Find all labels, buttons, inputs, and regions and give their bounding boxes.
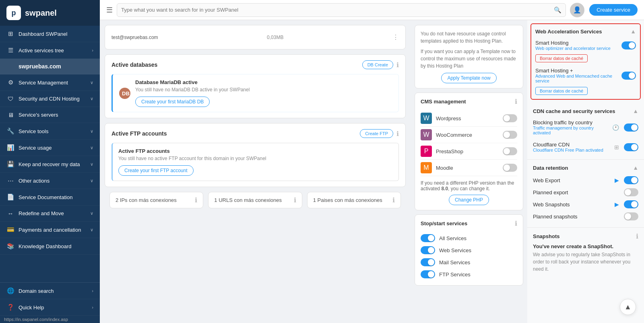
- sidebar-item-payments[interactable]: 💳 Payments and cancellation ∨: [0, 222, 100, 238]
- web-acceleration-section: Web Acceleration Services ▲ Smart Hostin…: [530, 23, 641, 100]
- woocommerce-icon: W: [421, 129, 432, 140]
- search-bar[interactable]: 🔍: [117, 3, 566, 17]
- blocking-traffic-toggle[interactable]: [624, 123, 638, 132]
- sidebar-item-label: Domain search: [19, 288, 88, 294]
- knowledge-icon: 📚: [6, 243, 14, 250]
- sidebar-logo[interactable]: p swpanel: [0, 0, 100, 26]
- collapse-icon[interactable]: ▲: [630, 28, 636, 35]
- sidebar-item-label: Service tools: [19, 128, 86, 134]
- chevron-right-icon: ›: [92, 288, 93, 293]
- planned-snapshots-toggle[interactable]: [624, 212, 638, 220]
- sidebar-bottom: 🌐 Domain search › ❓ Quick Help › https:/…: [0, 282, 100, 323]
- stop-start-info-icon[interactable]: ℹ: [515, 220, 517, 227]
- smart-hosting-plus-name: Smart Hosting +: [535, 68, 619, 74]
- change-php-button[interactable]: Change PHP: [449, 195, 489, 205]
- create-service-button[interactable]: Create service: [589, 4, 638, 16]
- apply-template-button[interactable]: Apply Template now: [441, 73, 496, 83]
- sidebar-item-keep-recover[interactable]: 💾 Keep and recover my data ∨: [0, 156, 100, 173]
- smart-hosting-plus-toggle[interactable]: [621, 72, 636, 80]
- sidebar-item-redefine-move[interactable]: ↔ Redefine and Move ∨: [0, 206, 100, 222]
- stat-countries-info-icon[interactable]: ℹ: [392, 196, 395, 204]
- woocommerce-toggle[interactable]: [503, 131, 517, 139]
- planned-snapshots-name: Planned snapshots: [533, 214, 578, 220]
- moodle-toggle[interactable]: [503, 164, 517, 172]
- template-text2: If you want you can apply a Template now…: [421, 48, 517, 70]
- sidebar-item-other-actions[interactable]: ⋯ Other actions ∨: [0, 173, 100, 189]
- email-row: test@swpruebas.com 0,03MB ⋮: [111, 31, 399, 43]
- email-options-icon[interactable]: ⋮: [392, 33, 399, 41]
- sidebar-item-domain[interactable]: swpruebas.com: [0, 59, 100, 74]
- db-title: Database MariaDB active: [135, 79, 250, 85]
- mariadb-icon: DB: [118, 87, 131, 100]
- smart-hosting-plus-sub: Advanced Web and Memcached cache service: [535, 74, 619, 83]
- cms-moodle-row: M Moodle: [421, 160, 517, 176]
- scroll-top-button[interactable]: ▲: [620, 299, 636, 315]
- snap-sub: We advise you to regularly take SnapShot…: [533, 251, 638, 273]
- create-ftp-account-button[interactable]: Create your first FTP account: [118, 165, 194, 176]
- chevron-down-icon: ∨: [90, 227, 93, 232]
- cdn-header: CDN cache and security services ▲: [533, 108, 638, 114]
- wordpress-toggle[interactable]: [503, 114, 517, 122]
- sidebar-item-service-management[interactable]: ⚙ Service Management ∨: [0, 74, 100, 91]
- mail-services-toggle[interactable]: [421, 258, 435, 266]
- chevron-down-icon: ∨: [90, 129, 93, 134]
- web-export-toggle[interactable]: [624, 176, 638, 184]
- sidebar-item-quick-help[interactable]: ❓ Quick Help ›: [0, 299, 100, 316]
- usage-icon: 📊: [6, 144, 14, 151]
- sidebar-item-service-usage[interactable]: 📊 Service usage ∨: [0, 140, 100, 156]
- search-input[interactable]: [121, 7, 551, 13]
- ftp-header: Active FTP accounts Create FTP ℹ: [111, 129, 399, 138]
- databases-info-icon[interactable]: ℹ: [396, 61, 399, 69]
- cdn-section: CDN cache and security services ▲ Blocki…: [527, 103, 644, 160]
- sidebar-item-active-services[interactable]: ☰ Active services tree ›: [0, 42, 100, 59]
- sidebar-item-service-tools[interactable]: 🔧 Service tools ∨: [0, 123, 100, 140]
- cloudflare-toggle[interactable]: [624, 143, 638, 151]
- all-services-toggle[interactable]: [421, 234, 435, 242]
- sidebar-item-service-servers[interactable]: 🖥 Service's servers: [0, 107, 100, 123]
- ftp-services-row: FTP Services: [421, 268, 517, 280]
- prestashop-icon: P: [421, 146, 432, 157]
- data-retention-collapse-icon[interactable]: ▲: [633, 165, 638, 171]
- sidebar-item-domain-search[interactable]: 🌐 Domain search ›: [0, 283, 100, 299]
- cms-prestashop-row: P PrestaShop: [421, 143, 517, 160]
- create-mariadb-button[interactable]: Create your first MariaDB DB: [135, 97, 210, 107]
- data-retention-section: Data retention ▲ Web Export ▶ Planned ex…: [527, 160, 644, 228]
- bottom-stats: 2 IPs con más conexiones ℹ 1 URLS con má…: [105, 192, 406, 213]
- prestashop-toggle[interactable]: [503, 147, 517, 155]
- sidebar-item-dashboard[interactable]: ⊞ Dashboard SWPanel: [0, 26, 100, 42]
- servers-icon: 🖥: [6, 111, 14, 118]
- planned-export-toggle[interactable]: [624, 188, 638, 196]
- ftp-info-icon[interactable]: ℹ: [396, 130, 399, 138]
- cloudflare-name: Cloudflare CDN: [533, 142, 612, 148]
- db-create-button[interactable]: DB Create: [362, 60, 393, 69]
- create-ftp-button[interactable]: Create FTP: [360, 129, 393, 138]
- active-services-icon: ☰: [6, 47, 14, 54]
- sidebar-item-knowledge[interactable]: 📚 Knowledge Dashboard: [0, 238, 100, 255]
- cms-info-icon[interactable]: ℹ: [515, 98, 517, 105]
- smart-hosting-plus-row: Smart Hosting + Advanced Web and Memcach…: [535, 66, 636, 85]
- stop-start-title: Stop/start services: [421, 220, 467, 226]
- web-services-toggle[interactable]: [421, 246, 435, 254]
- cms-title: CMS management: [421, 99, 466, 105]
- web-snapshots-play-icon[interactable]: ▶: [615, 201, 619, 208]
- web-export-play-icon[interactable]: ▶: [615, 177, 619, 183]
- smart-hosting-plus-cache-button[interactable]: Borrar datos de caché: [535, 87, 588, 95]
- smart-hosting-cache-button[interactable]: Borrar datos de caché: [535, 54, 588, 62]
- sidebar-item-service-doc[interactable]: 📄 Service Documentation: [0, 189, 100, 206]
- smart-hosting-toggle[interactable]: [621, 41, 636, 49]
- cdn-collapse-icon[interactable]: ▲: [633, 108, 638, 114]
- sidebar-toggle-icon[interactable]: ☰: [106, 6, 113, 14]
- ftp-services-toggle[interactable]: [421, 270, 435, 278]
- stat-ips-info-icon[interactable]: ℹ: [195, 196, 197, 204]
- quick-help-icon: ❓: [6, 304, 14, 311]
- sidebar-item-security-cdn[interactable]: 🛡 Security and CDN Hosting ∨: [0, 91, 100, 107]
- snapshots-info-icon[interactable]: ℹ: [636, 232, 638, 240]
- stat-ips-title: 2 IPs con más conexiones: [116, 197, 177, 203]
- avatar[interactable]: 👤: [570, 3, 584, 17]
- cms-section: CMS management ℹ W Wordpress W WooCommer…: [415, 93, 523, 210]
- web-snapshots-toggle[interactable]: [624, 200, 638, 208]
- php-text: If you need a different PHP version than…: [421, 180, 517, 191]
- cdn-title: CDN cache and security services: [533, 108, 615, 114]
- snap-title: You've never create a SnapShot.: [533, 243, 638, 249]
- stat-urls-info-icon[interactable]: ℹ: [294, 196, 296, 204]
